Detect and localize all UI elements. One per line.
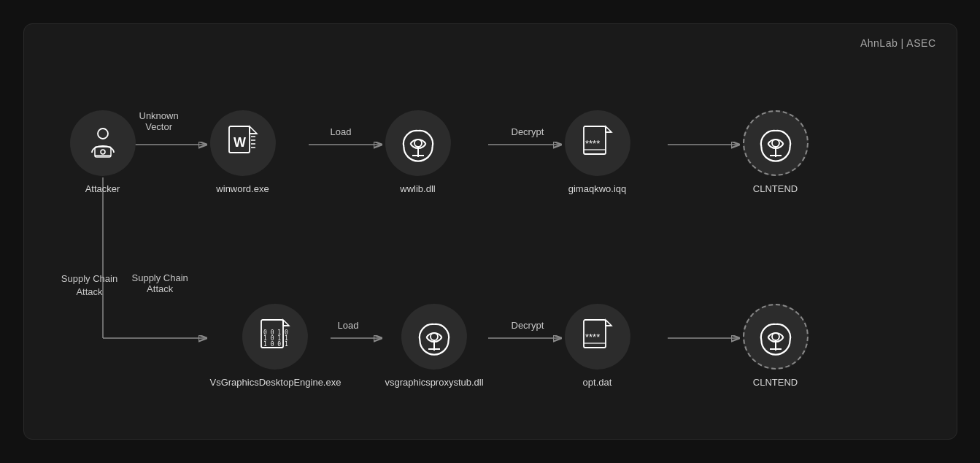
node-vsgraphics: 0 0 1 0 1 0 1 1 1 0 0 1 VsGraphicsDeskto… bbox=[210, 304, 342, 388]
biohazard-icon-bottom bbox=[414, 317, 454, 356]
winword-circle: W bbox=[210, 110, 276, 176]
clntend2-label: CLNTEND bbox=[753, 377, 798, 388]
gimaqkwo-circle: **** bbox=[565, 110, 630, 176]
node-winword: W winword.exe bbox=[210, 110, 276, 194]
vsgraphicsproxy-label: vsgraphicsproxystub.dll bbox=[385, 377, 484, 388]
attacker-circle bbox=[70, 110, 136, 176]
vsgraphics-circle: 0 0 1 0 1 0 1 1 1 0 0 1 bbox=[242, 304, 308, 370]
label-unknown-vector: UnknownVector bbox=[139, 110, 179, 132]
winword-label: winword.exe bbox=[216, 183, 269, 194]
svg-point-11 bbox=[101, 150, 105, 154]
node-wwlib: wwlib.dll bbox=[385, 110, 451, 194]
diagram-box: AhnLab | ASEC bbox=[23, 23, 957, 440]
label-decrypt-top: Decrypt bbox=[512, 126, 544, 137]
arrows-svg bbox=[24, 24, 957, 439]
vsgraphicsproxy-circle bbox=[401, 304, 467, 370]
node-clntend1: CLNTEND bbox=[743, 110, 809, 194]
gimaqkwo-label: gimaqkwo.iqq bbox=[568, 183, 627, 194]
node-attacker: Attacker bbox=[70, 110, 136, 194]
node-clntend2: CLNTEND bbox=[743, 304, 809, 388]
encrypted-file-icon-bottom: **** bbox=[578, 317, 617, 356]
biohazard-dashed-icon-top bbox=[756, 123, 795, 163]
attacker-label: Attacker bbox=[85, 183, 120, 194]
node-optdat: **** opt.dat bbox=[565, 304, 630, 388]
wwlib-circle bbox=[385, 110, 451, 176]
svg-text:****: **** bbox=[585, 332, 600, 343]
optdat-label: opt.dat bbox=[583, 377, 612, 388]
binary-file-icon: 0 0 1 0 1 0 1 1 1 0 0 1 bbox=[255, 317, 295, 356]
clntend1-circle bbox=[743, 110, 809, 176]
svg-point-9 bbox=[98, 129, 108, 139]
node-vsgraphicsproxy: vsgraphicsproxystub.dll bbox=[385, 304, 484, 388]
svg-text:W: W bbox=[234, 135, 246, 150]
word-icon: W bbox=[223, 123, 263, 163]
label-decrypt-bottom: Decrypt bbox=[512, 320, 544, 331]
main-container: AhnLab | ASEC bbox=[0, 0, 980, 463]
clntend1-label: CLNTEND bbox=[753, 183, 798, 194]
svg-text:****: **** bbox=[585, 138, 600, 149]
brand-name: AhnLab | ASEC bbox=[860, 37, 936, 49]
label-supply-chain: Supply ChainAttack bbox=[132, 272, 188, 294]
supply-chain-label: Supply ChainAttack bbox=[46, 272, 134, 299]
biohazard-dashed-icon-bottom bbox=[756, 317, 795, 356]
optdat-circle: **** bbox=[565, 304, 630, 370]
node-gimaqkwo: **** gimaqkwo.iqq bbox=[565, 110, 630, 194]
label-load-top: Load bbox=[331, 126, 352, 137]
attacker-icon bbox=[83, 123, 123, 163]
wwlib-label: wwlib.dll bbox=[400, 183, 435, 194]
svg-text:1 0 0 1: 1 0 0 1 bbox=[263, 341, 288, 348]
vsgraphics-label: VsGraphicsDesktopEngine.exe bbox=[210, 377, 342, 388]
encrypted-file-icon-top: **** bbox=[578, 123, 617, 163]
biohazard-icon-top bbox=[398, 123, 438, 163]
clntend2-circle bbox=[743, 304, 809, 370]
watermark: AhnLab | ASEC bbox=[860, 37, 936, 49]
